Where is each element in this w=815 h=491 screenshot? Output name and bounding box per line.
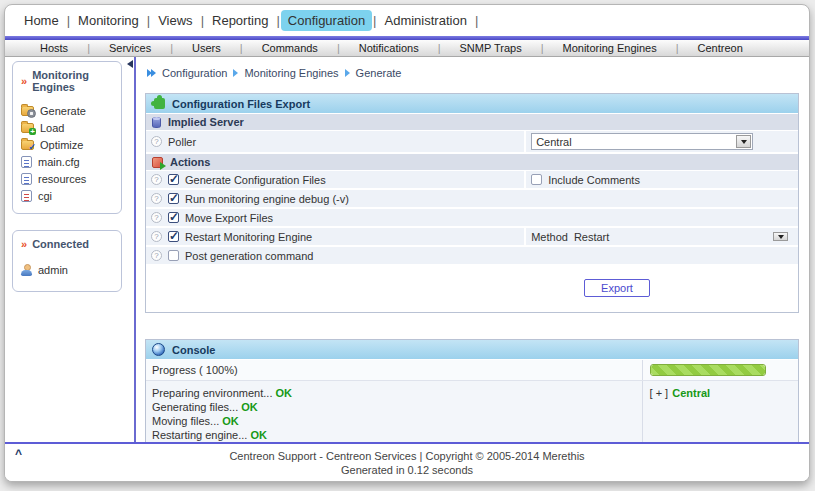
menu-separator <box>201 13 204 28</box>
database-icon <box>152 117 161 128</box>
submenu-bar: Hosts Services Users Commands Notificati… <box>5 40 809 57</box>
include-comments-checkbox[interactable] <box>531 174 542 185</box>
dropdown-arrow-icon[interactable] <box>773 232 788 241</box>
progress-fill <box>651 365 765 375</box>
breadcrumb-item-monitoring-engines[interactable]: Monitoring Engines <box>244 67 338 79</box>
method-label: Method <box>531 231 568 243</box>
poller-name: Central <box>672 387 710 399</box>
tab-services[interactable]: Services <box>90 42 170 54</box>
footer-copyright: Centreon Support - Centreon Services | C… <box>5 449 809 463</box>
section-header-actions: Actions <box>146 154 798 171</box>
menu-separator <box>276 13 279 28</box>
double-chevron-icon <box>21 75 32 87</box>
connected-user-admin[interactable]: admin <box>21 263 116 277</box>
tab-users[interactable]: Users <box>173 42 240 54</box>
main-menu-bar: Home Monitoring Views Reporting Configur… <box>5 5 809 36</box>
breadcrumb-item-generate[interactable]: Generate <box>356 67 402 79</box>
footer: Centreon Support - Centreon Services | C… <box>5 442 809 482</box>
sidebar-section-title: Monitoring Engines <box>21 69 116 93</box>
breadcrumb-arrow-icon <box>233 69 238 77</box>
user-icon <box>21 264 32 276</box>
folder-check-icon <box>21 140 34 150</box>
double-chevron-icon <box>21 238 32 250</box>
progress-bar <box>650 364 766 376</box>
poller-select[interactable]: Central <box>531 133 753 150</box>
sidebar-item-main-cfg[interactable]: main.cfg <box>21 155 116 169</box>
sidebar-divider[interactable] <box>134 57 136 442</box>
content-area: Monitoring Engines Generate Load Optimiz… <box>5 57 809 442</box>
sidebar-item-cgi[interactable]: cgi <box>21 189 116 203</box>
tab-notifications[interactable]: Notifications <box>340 42 438 54</box>
panel-header-configuration-files-export: Configuration Files Export <box>146 94 798 114</box>
action-row-debug: Run monitoring engine debug (-v) <box>146 190 798 209</box>
sidebar-item-resources[interactable]: resources <box>21 172 116 186</box>
tab-snmp-traps[interactable]: SNMP Traps <box>441 42 541 54</box>
breadcrumb-item-configuration[interactable]: Configuration <box>162 67 227 79</box>
action-row-post-command: Post generation command <box>146 247 798 266</box>
breadcrumb-arrow-icon <box>345 69 350 77</box>
folder-plus-icon <box>21 123 34 133</box>
progress-row: Progress ( 100%) <box>146 360 798 381</box>
footer-generated: Generated in 0.12 seconds <box>5 463 809 477</box>
breadcrumb: Configuration Monitoring Engines Generat… <box>145 63 799 83</box>
sidebar-item-load[interactable]: Load <box>21 121 116 135</box>
progress-label: Progress ( 100%) <box>146 364 642 376</box>
poller-row: Poller Central <box>146 131 798 154</box>
export-button-row: Export <box>146 266 798 312</box>
tab-hosts[interactable]: Hosts <box>21 42 87 54</box>
scroll-top-icon[interactable] <box>15 447 22 461</box>
sidebar-item-generate[interactable]: Generate <box>21 104 116 118</box>
menu-item-home[interactable]: Home <box>17 10 66 31</box>
log-line: Restarting engine... OK <box>152 428 636 442</box>
console-log-row: Preparing environment... OK Generating f… <box>146 381 798 447</box>
action-row-generate-files: Generate Configuration Files Include Com… <box>146 171 798 190</box>
tab-commands[interactable]: Commands <box>243 42 337 54</box>
globe-icon <box>152 343 165 356</box>
menu-item-administration[interactable]: Administration <box>378 10 474 31</box>
menu-separator <box>475 13 478 28</box>
log-line: Preparing environment... OK <box>152 386 636 400</box>
folder-gear-icon <box>21 106 34 116</box>
help-icon[interactable] <box>151 136 162 147</box>
menu-item-reporting[interactable]: Reporting <box>205 10 275 31</box>
status-ok: OK <box>241 401 258 413</box>
help-icon[interactable] <box>151 174 162 185</box>
dropdown-arrow-icon[interactable] <box>736 135 751 148</box>
menu-separator <box>147 13 150 28</box>
menu-separator <box>67 13 70 28</box>
console-log: Preparing environment... OK Generating f… <box>146 381 642 447</box>
action-row-restart-engine: Restart Monitoring Engine Method Restart <box>146 228 798 247</box>
move-files-checkbox[interactable] <box>168 212 179 223</box>
help-icon[interactable] <box>151 231 162 242</box>
sidebar-section-monitoring-engines: Monitoring Engines Generate Load Optimiz… <box>12 61 122 214</box>
menu-item-monitoring[interactable]: Monitoring <box>71 10 146 31</box>
tree-expander[interactable]: [ + ] <box>650 387 669 399</box>
status-ok: OK <box>250 429 267 441</box>
export-button[interactable]: Export <box>584 279 650 297</box>
method-select[interactable]: Restart <box>574 230 792 243</box>
tab-monitoring-engines[interactable]: Monitoring Engines <box>544 42 676 54</box>
section-header-implied-server: Implied Server <box>146 114 798 131</box>
generate-files-checkbox[interactable] <box>168 174 179 185</box>
action-row-move-files: Move Export Files <box>146 209 798 228</box>
main-area: Configuration Monitoring Engines Generat… <box>136 57 809 442</box>
sidebar-item-optimize[interactable]: Optimize <box>21 138 116 152</box>
sidebar: Monitoring Engines Generate Load Optimiz… <box>5 57 131 442</box>
poller-label: Poller <box>168 136 196 148</box>
menu-item-configuration[interactable]: Configuration <box>281 10 372 31</box>
help-icon[interactable] <box>151 193 162 204</box>
collapse-sidebar-icon[interactable] <box>127 60 133 68</box>
cgi-file-icon <box>21 190 32 202</box>
help-icon[interactable] <box>151 250 162 261</box>
app-window: Home Monitoring Views Reporting Configur… <box>4 4 810 482</box>
help-icon[interactable] <box>151 212 162 223</box>
post-command-checkbox[interactable] <box>168 250 179 261</box>
export-form-panel: Configuration Files Export Implied Serve… <box>145 93 799 313</box>
actions-icon <box>152 157 163 168</box>
log-line: Generating files... OK <box>152 400 636 414</box>
menu-item-views[interactable]: Views <box>151 10 199 31</box>
debug-checkbox[interactable] <box>168 193 179 204</box>
restart-engine-checkbox[interactable] <box>168 231 179 242</box>
tab-centreon[interactable]: Centreon <box>679 42 762 54</box>
log-line: Moving files... OK <box>152 414 636 428</box>
